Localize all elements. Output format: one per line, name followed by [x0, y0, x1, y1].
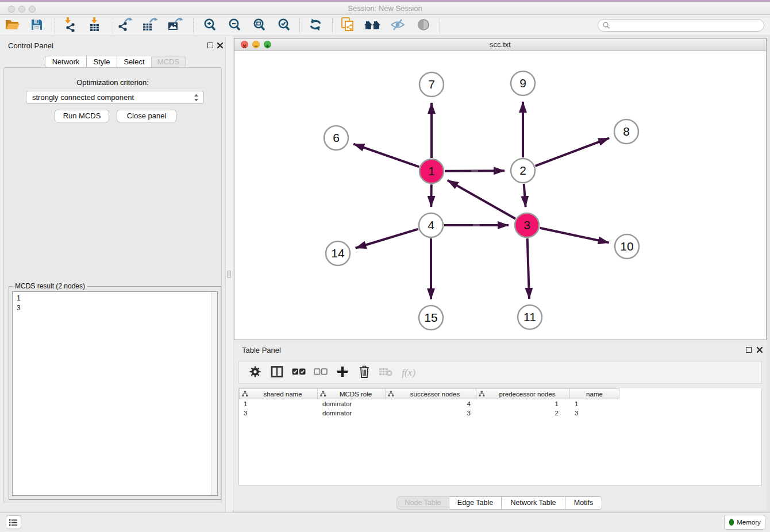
toolbar-separator: [440, 18, 440, 33]
zoom-fit-icon: [251, 18, 265, 34]
cell[interactable]: 1: [239, 399, 318, 408]
node-label-14: 14: [331, 246, 345, 260]
export-table-icon: [143, 17, 159, 34]
sphere-icon: [417, 18, 430, 33]
table-toolbar: f(x): [238, 361, 762, 384]
toolbar-zoom-selected-button[interactable]: [274, 17, 292, 35]
select-all-icon: [292, 368, 306, 378]
toolbar-home-button[interactable]: [363, 17, 382, 35]
edge-1-6[interactable]: [353, 144, 419, 167]
toolbar-import-table-button[interactable]: [86, 17, 104, 35]
column-header-shared-name[interactable]: shared name: [239, 388, 318, 399]
network-window-title: scc.txt: [234, 38, 766, 51]
toolbar-zoom-in-button[interactable]: [199, 17, 218, 35]
node-label-2: 2: [519, 164, 526, 177]
toolbar-separator: [113, 18, 113, 33]
network-canvas[interactable]: 7968124314101511: [234, 51, 766, 340]
run-mcds-button[interactable]: Run MCDS: [55, 110, 109, 122]
control-tab-select[interactable]: Select: [117, 56, 152, 68]
toolbar-separator: [332, 18, 333, 33]
table-tab-motifs[interactable]: Motifs: [565, 496, 602, 510]
edge-2-8[interactable]: [536, 138, 610, 166]
toolbar-zoom-fit-button[interactable]: [249, 17, 267, 35]
control-tab-mcds[interactable]: MCDS: [151, 56, 186, 68]
cell[interactable]: dominator: [318, 408, 386, 418]
criterion-select[interactable]: strongly connected component: [26, 91, 204, 104]
zoom-selected-icon: [276, 18, 290, 34]
table-toolbar-deselect-all-button[interactable]: [311, 364, 330, 382]
network-zoom-button[interactable]: [264, 41, 271, 48]
zoom-in-icon: [202, 18, 215, 34]
splitter-grip[interactable]: [227, 271, 231, 278]
mcds-result-values: 1 3: [17, 294, 21, 313]
toolbar-export-image-button[interactable]: [167, 17, 185, 35]
table-toolbar-columns-button[interactable]: [268, 364, 286, 382]
edge-3-1[interactable]: [448, 180, 515, 219]
save-session-icon: [30, 18, 44, 34]
toolbar-clone-network-button[interactable]: [339, 17, 357, 35]
cell[interactable]: 3: [570, 408, 619, 418]
panel-splitter[interactable]: [225, 36, 233, 512]
zoom-out-icon: [226, 18, 240, 34]
node-label-11: 11: [523, 310, 536, 323]
toolbar-hide-panel-button[interactable]: [388, 17, 407, 35]
column-header-successor-nodes[interactable]: successor nodes: [386, 388, 476, 399]
network-minimize-button[interactable]: [252, 41, 260, 48]
toolbar-sphere-button[interactable]: [414, 17, 433, 35]
node-table: shared nameMCDS rolesuccessor nodesprede…: [238, 388, 762, 485]
table-row[interactable]: 3dominator323: [239, 408, 619, 418]
show-panels-button[interactable]: [6, 515, 21, 529]
memory-button[interactable]: Memory: [724, 515, 765, 530]
toolbar-open-session-button[interactable]: [3, 17, 22, 35]
table-tab-edge-table[interactable]: Edge Table: [449, 496, 502, 510]
cell[interactable]: 1: [570, 399, 619, 408]
toolbar-export-table-button[interactable]: [141, 17, 160, 35]
edge-4-14[interactable]: [356, 229, 418, 248]
table-panel-title: Table Panel: [242, 346, 281, 354]
control-panel-close-button[interactable]: [217, 42, 224, 49]
delete-icon: [359, 365, 370, 381]
control-tab-network[interactable]: Network: [45, 56, 87, 68]
table-tab-node-table[interactable]: Node Table: [396, 496, 449, 510]
edge-3-10[interactable]: [540, 228, 609, 243]
search-input[interactable]: [598, 19, 764, 32]
node-label-6: 6: [333, 131, 340, 144]
cell[interactable]: 3: [386, 408, 476, 418]
table-panel-close-button[interactable]: [756, 346, 763, 353]
table-toolbar-gear-button[interactable]: [246, 364, 264, 382]
column-header-MCDS-role[interactable]: MCDS role: [318, 388, 386, 399]
cell[interactable]: 4: [386, 399, 476, 408]
gear-icon: [248, 365, 262, 381]
window-titlebar: Session: New Session: [0, 0, 770, 15]
column-header-name[interactable]: name: [570, 388, 619, 399]
close-panel-button[interactable]: Close panel: [117, 110, 176, 122]
table-toolbar-delete-table-button: [377, 364, 395, 382]
table-panel-float-button[interactable]: [746, 347, 752, 353]
import-network-icon: [62, 17, 77, 34]
toolbar-export-network-button[interactable]: [117, 17, 135, 35]
table-toolbar-add-button[interactable]: [333, 364, 352, 382]
edge-2-3[interactable]: [524, 184, 526, 207]
column-header-predecessor-nodes[interactable]: predecessor nodes: [476, 388, 570, 399]
cell[interactable]: 2: [476, 408, 570, 418]
columns-icon: [271, 365, 283, 380]
toolbar-import-network-button[interactable]: [60, 17, 79, 35]
control-tab-style[interactable]: Style: [86, 56, 117, 68]
cell[interactable]: dominator: [318, 399, 386, 408]
table-toolbar-delete-button[interactable]: [355, 364, 374, 382]
control-panel-float-button[interactable]: [207, 43, 213, 48]
toolbar-save-session-button[interactable]: [28, 17, 46, 35]
table-row[interactable]: 1dominator411: [239, 399, 619, 408]
edge-3-11[interactable]: [528, 238, 529, 299]
mcds-result-area[interactable]: 1 3: [12, 291, 218, 496]
table-toolbar-select-all-button[interactable]: [290, 364, 308, 382]
memory-label: Memory: [737, 519, 761, 526]
toolbar-zoom-out-button[interactable]: [224, 17, 242, 35]
network-close-button[interactable]: [241, 41, 248, 48]
mcds-result-scrollbar[interactable]: [211, 292, 217, 495]
import-table-icon: [87, 17, 102, 34]
table-tab-network-table[interactable]: Network Table: [501, 496, 565, 510]
cell[interactable]: 3: [239, 408, 318, 418]
cell[interactable]: 1: [476, 399, 570, 408]
toolbar-refresh-button[interactable]: [306, 17, 325, 35]
